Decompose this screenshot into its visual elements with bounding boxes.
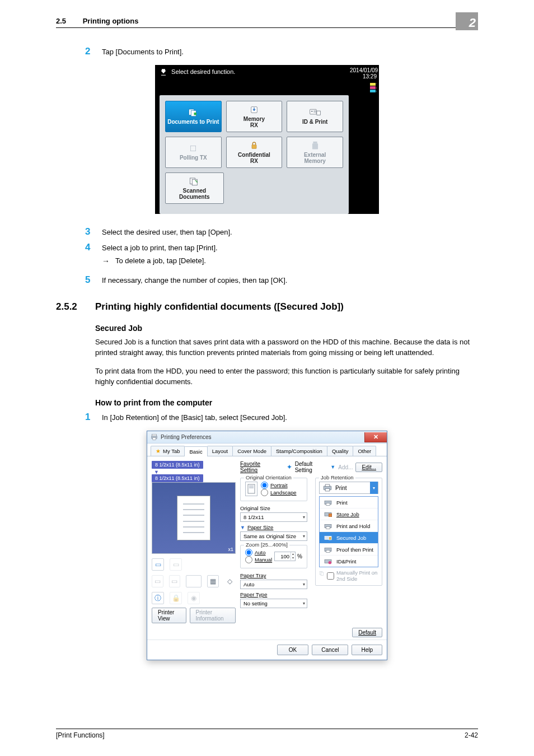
step-5-number: 5 bbox=[85, 274, 102, 286]
zoom-manual-radio[interactable]: Manual bbox=[245, 556, 272, 563]
svg-rect-20 bbox=[193, 179, 198, 185]
portrait-radio[interactable]: Portrait bbox=[261, 482, 296, 489]
svg-rect-33 bbox=[329, 514, 331, 517]
zoom-percent-label: % bbox=[297, 553, 302, 559]
toner-indicator: Y M C bbox=[350, 83, 377, 95]
tab-stamp-composition[interactable]: Stamp/Composition bbox=[271, 446, 327, 456]
job-retention-select[interactable]: Print ▾ bbox=[319, 482, 378, 494]
svg-rect-37 bbox=[329, 537, 331, 540]
printer-information-button[interactable]: Printer Information bbox=[190, 608, 236, 623]
svg-rect-21 bbox=[152, 435, 157, 436]
jr-option-id-and-print[interactable]: ID&Print bbox=[320, 556, 378, 567]
zoom-value-input[interactable]: ▴▾ bbox=[274, 552, 296, 561]
tab-quality[interactable]: Quality bbox=[327, 446, 354, 456]
svg-rect-25 bbox=[249, 486, 254, 487]
howto-step-1-text: In [Job Retention] of the [Basic] tab, s… bbox=[102, 412, 287, 422]
tab-other[interactable]: Other bbox=[353, 446, 376, 456]
help-button[interactable]: Help bbox=[352, 645, 382, 655]
svg-rect-8 bbox=[194, 113, 197, 115]
scanned-docs-icon bbox=[189, 177, 199, 186]
tile-external-memory[interactable]: ExternalMemory bbox=[287, 137, 343, 168]
secured-job-para-2: To print data from the HDD, you need to … bbox=[95, 366, 478, 388]
printer-small-icon bbox=[322, 483, 333, 492]
svg-rect-1 bbox=[370, 86, 376, 89]
jr-option-secured-job[interactable]: Secured Job bbox=[320, 532, 378, 544]
preview-tool-calendar-icon[interactable]: ▦ bbox=[207, 575, 219, 587]
usb-icon bbox=[160, 68, 167, 76]
svg-rect-17 bbox=[313, 141, 317, 143]
preview-tool-3-icon[interactable]: ▭ bbox=[152, 575, 163, 587]
default-button[interactable]: Default bbox=[352, 628, 382, 637]
step-2-number: 2 bbox=[85, 46, 102, 57]
paper-size-label: ▼Paper Size bbox=[240, 524, 307, 530]
mfp-datetime: 2014/01/09 13:29 bbox=[350, 67, 377, 80]
tile-id-and-print[interactable]: ID & Print bbox=[287, 101, 343, 132]
landscape-radio[interactable]: Landscape bbox=[261, 489, 296, 496]
preview-tool-globe-icon[interactable]: ◉ bbox=[188, 592, 200, 604]
close-button[interactable]: ✕ bbox=[364, 432, 387, 442]
edit-favorite-button[interactable]: Edit... bbox=[355, 463, 382, 472]
svg-rect-18 bbox=[312, 143, 318, 149]
preview-tool-tag-icon[interactable]: ◇ bbox=[224, 575, 236, 587]
chevron-down-icon[interactable]: ▾ bbox=[370, 482, 378, 494]
preview-tool-info-icon[interactable]: ⓘ bbox=[152, 592, 164, 604]
svg-rect-15 bbox=[191, 146, 196, 151]
tile-confidential-rx[interactable]: ConfidentialRX bbox=[226, 137, 283, 168]
subsection-number: 2.5.2 bbox=[56, 301, 95, 312]
svg-rect-28 bbox=[325, 484, 330, 487]
paper-size-select[interactable]: Same as Original Size▾ bbox=[240, 531, 307, 541]
step-3-number: 3 bbox=[85, 226, 102, 237]
jr-option-proof-then-print[interactable]: Proof then Print bbox=[320, 544, 378, 556]
step-2-text: Tap [Documents to Print]. bbox=[102, 46, 184, 56]
step-3-text: Select the desired user, then tap [Open]… bbox=[102, 226, 232, 236]
step-4-number: 4 bbox=[85, 242, 102, 253]
footer-page-number: 2-42 bbox=[465, 731, 478, 739]
tab-my-tab[interactable]: ★My Tab bbox=[151, 446, 185, 456]
svg-rect-29 bbox=[325, 489, 330, 492]
printer-icon bbox=[151, 433, 158, 441]
paper-type-select[interactable]: No setting▾ bbox=[240, 599, 307, 608]
job-retention-dropdown: Print Store Job Print and Hold bbox=[319, 496, 378, 567]
preview-tool-1-icon[interactable]: ▭ bbox=[152, 558, 164, 571]
tile-documents-to-print[interactable]: Documents to Print bbox=[165, 101, 222, 132]
jr-option-store-job[interactable]: Store Job bbox=[320, 508, 378, 520]
tile-polling-tx[interactable]: Polling TX bbox=[165, 137, 222, 168]
paper-tray-select[interactable]: Auto▾ bbox=[240, 580, 307, 589]
tab-layout[interactable]: Layout bbox=[207, 446, 233, 456]
jr-option-print-and-hold[interactable]: Print and Hold bbox=[320, 520, 378, 532]
secured-job-para-1: Secured Job is a function that saves pri… bbox=[95, 337, 478, 358]
paper-type-label: Paper Type bbox=[240, 591, 307, 598]
tab-cover-mode[interactable]: Cover Mode bbox=[232, 446, 271, 456]
chevron-down-icon[interactable]: ▼ bbox=[330, 464, 335, 470]
external-memory-icon bbox=[312, 141, 318, 150]
id-print-icon bbox=[310, 109, 321, 116]
jr-option-print[interactable]: Print bbox=[320, 497, 378, 508]
svg-rect-16 bbox=[252, 144, 256, 148]
ok-button[interactable]: OK bbox=[277, 645, 308, 655]
step-4-text: Select a job to print, then tap [Print]. bbox=[102, 242, 218, 252]
preview-tool-lock-icon[interactable]: 🔒 bbox=[170, 592, 182, 604]
duplex-icon bbox=[319, 570, 325, 577]
manual-2nd-side-checkbox[interactable]: Manually Print on 2nd Side bbox=[327, 570, 378, 582]
howto-heading: How to print from the computer bbox=[95, 398, 478, 407]
zoom-auto-radio[interactable]: Auto bbox=[245, 549, 272, 556]
cancel-button[interactable]: Cancel bbox=[312, 645, 348, 655]
favorite-setting-value[interactable]: Default Setting bbox=[295, 461, 328, 473]
add-favorite-button[interactable]: Add... bbox=[338, 464, 353, 470]
tile-scanned-documents[interactable]: ScannedDocuments bbox=[165, 172, 224, 204]
svg-rect-12 bbox=[313, 111, 316, 111]
tab-basic[interactable]: Basic bbox=[184, 446, 207, 456]
preview-tool-4-icon[interactable]: ▭ bbox=[169, 575, 181, 587]
original-size-select[interactable]: 8 1/2x11▾ bbox=[240, 512, 307, 522]
svg-point-11 bbox=[311, 111, 313, 113]
chapter-marker: 2 bbox=[456, 12, 478, 30]
documents-icon bbox=[188, 108, 198, 117]
preview-tool-2-icon[interactable]: ▭ bbox=[170, 558, 182, 571]
svg-rect-26 bbox=[249, 487, 254, 488]
printer-view-button[interactable]: Printer View bbox=[152, 608, 186, 623]
tile-memory-rx[interactable]: MemoryRX bbox=[226, 101, 283, 132]
paper-tray-label: Paper Tray bbox=[240, 572, 307, 578]
mfp-panel-screenshot: Select desired function. 2014/01/09 13:2… bbox=[155, 65, 379, 214]
mfp-header-text: Select desired function. bbox=[171, 68, 235, 75]
favorite-star-icon: ✦ bbox=[287, 463, 292, 471]
